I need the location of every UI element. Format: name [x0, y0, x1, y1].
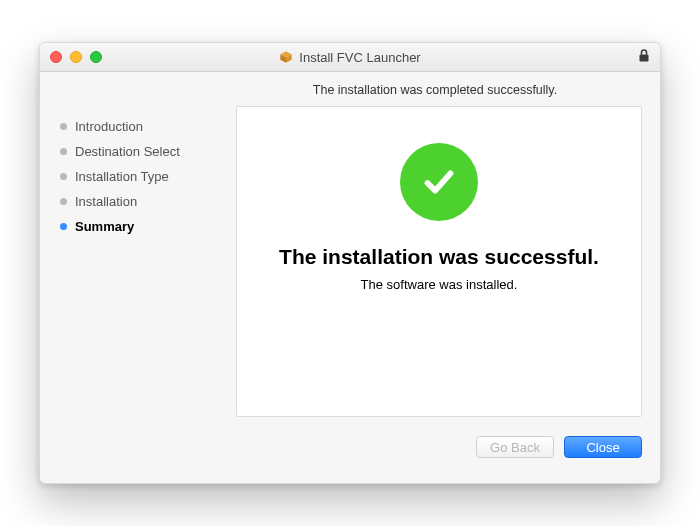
content-area: The installation was completed successfu… [40, 72, 660, 483]
step-installation: Installation [58, 189, 228, 214]
step-label: Summary [75, 219, 134, 234]
step-label: Destination Select [75, 144, 180, 159]
subheader: The installation was completed successfu… [58, 76, 642, 104]
step-label: Introduction [75, 119, 143, 134]
step-introduction: Introduction [58, 114, 228, 139]
success-check-icon [400, 143, 478, 221]
titlebar: Install FVC Launcher [40, 43, 660, 72]
zoom-window-button[interactable] [90, 51, 102, 63]
steps-sidebar: Introduction Destination Select Installa… [58, 106, 228, 417]
step-destination-select: Destination Select [58, 139, 228, 164]
step-label: Installation [75, 194, 137, 209]
step-installation-type: Installation Type [58, 164, 228, 189]
lock-icon [638, 49, 650, 66]
svg-rect-3 [640, 55, 649, 62]
subheader-text: The installation was completed successfu… [313, 83, 557, 97]
window-title: Install FVC Launcher [299, 50, 420, 65]
package-icon [279, 50, 293, 64]
minimize-window-button[interactable] [70, 51, 82, 63]
step-dot-icon [60, 148, 67, 155]
main-panel: The installation was successful. The sof… [236, 106, 642, 417]
svg-marker-1 [281, 54, 287, 62]
step-dot-icon [60, 198, 67, 205]
step-summary: Summary [58, 214, 228, 239]
close-window-button[interactable] [50, 51, 62, 63]
step-dot-icon [60, 173, 67, 180]
window-controls [50, 51, 102, 63]
success-subtext: The software was installed. [361, 277, 518, 292]
installer-window: Install FVC Launcher The installation wa… [39, 42, 661, 484]
footer: Go Back Close [58, 417, 642, 469]
step-dot-icon [60, 123, 67, 130]
svg-marker-0 [281, 51, 292, 57]
step-label: Installation Type [75, 169, 169, 184]
success-heading: The installation was successful. [279, 245, 599, 269]
svg-marker-2 [286, 54, 292, 62]
go-back-button: Go Back [476, 436, 554, 458]
step-dot-icon [60, 223, 67, 230]
close-button[interactable]: Close [564, 436, 642, 458]
